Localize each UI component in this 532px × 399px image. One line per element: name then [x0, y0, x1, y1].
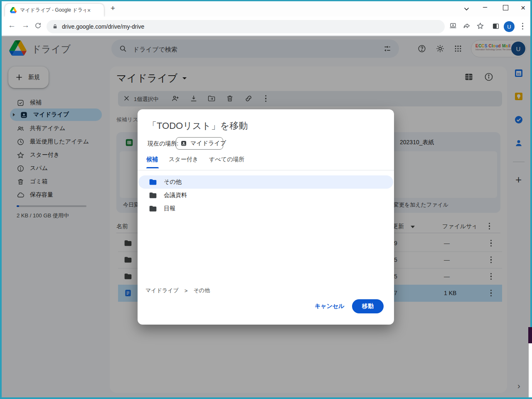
minimize-button[interactable]: –: [483, 2, 487, 11]
dialog-tabs: 候補 スター付き すべての場所: [146, 156, 244, 163]
folder-name: その他: [164, 178, 182, 186]
folder-option[interactable]: 会議資料: [138, 189, 393, 202]
active-tab-underline: [146, 167, 159, 168]
maximize-button[interactable]: [503, 5, 508, 10]
move-button-label: 移動: [362, 303, 374, 310]
tab-strip: マイドライブ - Google ドライブ × + – ×: [2, 1, 530, 17]
browser-profile-avatar[interactable]: U: [504, 21, 515, 32]
drive-favicon-icon: [10, 7, 17, 13]
edge-artifact-dark: [528, 327, 532, 343]
move-button[interactable]: 移動: [352, 299, 384, 313]
new-tab-button[interactable]: +: [111, 4, 115, 13]
edge-artifact-light: [529, 343, 532, 397]
folder-name: 日報: [164, 205, 175, 212]
browser-tab[interactable]: マイドライブ - Google ドライブ ×: [5, 4, 104, 17]
save-page-icon[interactable]: [449, 22, 457, 30]
cancel-button[interactable]: キャンセル: [315, 303, 345, 310]
my-drive-icon: [180, 140, 187, 147]
reload-icon[interactable]: [34, 22, 42, 29]
breadcrumb-separator-icon: >: [185, 288, 188, 294]
back-icon[interactable]: ←: [8, 21, 16, 30]
url-bar[interactable]: drive.google.com/drive/my-drive: [47, 20, 445, 33]
window-close-button[interactable]: ×: [521, 3, 525, 12]
bookmark-star-icon[interactable]: [476, 22, 484, 30]
tab-search-chevron-icon[interactable]: [464, 7, 469, 11]
tab-suggested[interactable]: 候補: [146, 156, 158, 163]
folder-icon: [149, 178, 157, 186]
breadcrumb-root[interactable]: マイドライブ: [145, 287, 179, 294]
url-text: drive.google.com/drive/my-drive: [62, 23, 144, 30]
dialog-title: 「TODOリスト」を移動: [148, 120, 248, 132]
window-border-top: [0, 0, 532, 1]
tab-title: マイドライブ - Google ドライブ: [20, 7, 86, 14]
tabs-divider: [138, 170, 394, 170]
folder-icon: [149, 204, 157, 213]
folder-name: 会議資料: [164, 192, 187, 199]
breadcrumb: マイドライブ > その他: [145, 287, 210, 294]
current-location-chip[interactable]: マイドライブ: [176, 137, 223, 150]
browser-menu-icon[interactable]: [522, 23, 523, 30]
window-border-bottom: [0, 397, 532, 399]
folder-option[interactable]: 日報: [138, 202, 393, 215]
share-icon[interactable]: [463, 22, 471, 30]
tab-all-locations[interactable]: すべての場所: [209, 156, 244, 163]
forward-icon[interactable]: →: [22, 21, 30, 30]
current-location-label: 現在の場所:: [148, 140, 178, 148]
chip-label: マイドライブ: [190, 140, 226, 147]
window-border-left: [0, 0, 2, 399]
move-dialog: 「TODOリスト」を移動 現在の場所: マイドライブ 候補 スター付き すべての…: [138, 109, 394, 325]
side-panel-icon[interactable]: [492, 22, 500, 30]
lock-icon: [52, 24, 58, 30]
tab-close-icon[interactable]: ×: [87, 7, 91, 14]
breadcrumb-leaf[interactable]: その他: [193, 287, 210, 294]
tab-starred[interactable]: スター付き: [169, 156, 198, 163]
folder-icon: [149, 191, 157, 200]
folder-option-selected[interactable]: その他: [138, 175, 393, 189]
